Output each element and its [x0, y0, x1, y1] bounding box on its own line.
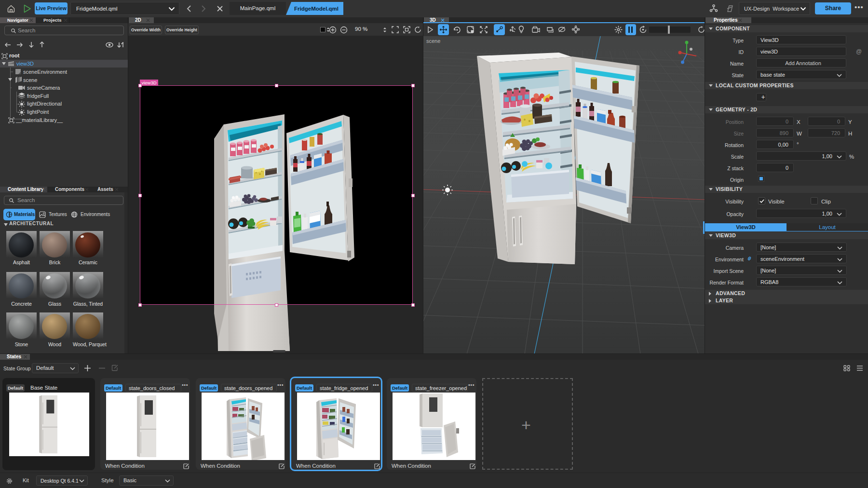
svg-text:scene: scene [426, 38, 440, 44]
svg-text:FridgeModel.qml: FridgeModel.qml [294, 6, 339, 12]
